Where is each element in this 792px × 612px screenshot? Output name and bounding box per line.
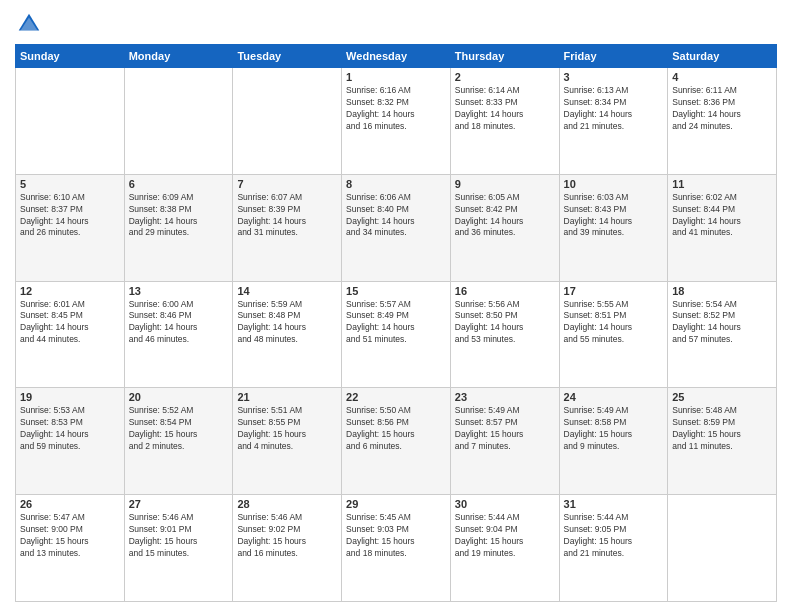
day-number: 7 [237, 178, 337, 190]
day-info: Sunrise: 5:44 AMSunset: 9:04 PMDaylight:… [455, 512, 555, 560]
day-number: 17 [564, 285, 664, 297]
day-number: 29 [346, 498, 446, 510]
calendar-week-row: 1Sunrise: 6:16 AMSunset: 8:32 PMDaylight… [16, 68, 777, 175]
day-number: 9 [455, 178, 555, 190]
day-number: 24 [564, 391, 664, 403]
day-info: Sunrise: 5:49 AMSunset: 8:58 PMDaylight:… [564, 405, 664, 453]
day-info: Sunrise: 6:01 AMSunset: 8:45 PMDaylight:… [20, 299, 120, 347]
day-info: Sunrise: 5:50 AMSunset: 8:56 PMDaylight:… [346, 405, 446, 453]
calendar-cell: 4Sunrise: 6:11 AMSunset: 8:36 PMDaylight… [668, 68, 777, 175]
day-number: 2 [455, 71, 555, 83]
day-info: Sunrise: 6:10 AMSunset: 8:37 PMDaylight:… [20, 192, 120, 240]
day-info: Sunrise: 5:49 AMSunset: 8:57 PMDaylight:… [455, 405, 555, 453]
calendar-week-row: 26Sunrise: 5:47 AMSunset: 9:00 PMDayligh… [16, 495, 777, 602]
calendar-cell: 25Sunrise: 5:48 AMSunset: 8:59 PMDayligh… [668, 388, 777, 495]
calendar-cell: 3Sunrise: 6:13 AMSunset: 8:34 PMDaylight… [559, 68, 668, 175]
calendar-cell: 1Sunrise: 6:16 AMSunset: 8:32 PMDaylight… [342, 68, 451, 175]
day-info: Sunrise: 6:05 AMSunset: 8:42 PMDaylight:… [455, 192, 555, 240]
day-number: 8 [346, 178, 446, 190]
day-number: 25 [672, 391, 772, 403]
day-info: Sunrise: 6:14 AMSunset: 8:33 PMDaylight:… [455, 85, 555, 133]
day-number: 5 [20, 178, 120, 190]
calendar-week-row: 5Sunrise: 6:10 AMSunset: 8:37 PMDaylight… [16, 174, 777, 281]
calendar-cell: 15Sunrise: 5:57 AMSunset: 8:49 PMDayligh… [342, 281, 451, 388]
calendar-cell [668, 495, 777, 602]
day-info: Sunrise: 5:54 AMSunset: 8:52 PMDaylight:… [672, 299, 772, 347]
calendar-cell: 30Sunrise: 5:44 AMSunset: 9:04 PMDayligh… [450, 495, 559, 602]
calendar-cell: 8Sunrise: 6:06 AMSunset: 8:40 PMDaylight… [342, 174, 451, 281]
calendar-cell: 11Sunrise: 6:02 AMSunset: 8:44 PMDayligh… [668, 174, 777, 281]
day-number: 1 [346, 71, 446, 83]
calendar-cell: 9Sunrise: 6:05 AMSunset: 8:42 PMDaylight… [450, 174, 559, 281]
calendar-cell: 24Sunrise: 5:49 AMSunset: 8:58 PMDayligh… [559, 388, 668, 495]
calendar-cell: 23Sunrise: 5:49 AMSunset: 8:57 PMDayligh… [450, 388, 559, 495]
calendar-table: SundayMondayTuesdayWednesdayThursdayFrid… [15, 44, 777, 602]
calendar-cell: 2Sunrise: 6:14 AMSunset: 8:33 PMDaylight… [450, 68, 559, 175]
calendar-cell: 12Sunrise: 6:01 AMSunset: 8:45 PMDayligh… [16, 281, 125, 388]
day-number: 21 [237, 391, 337, 403]
day-info: Sunrise: 5:46 AMSunset: 9:01 PMDaylight:… [129, 512, 229, 560]
calendar-day-header: Sunday [16, 45, 125, 68]
calendar-day-header: Monday [124, 45, 233, 68]
day-info: Sunrise: 6:02 AMSunset: 8:44 PMDaylight:… [672, 192, 772, 240]
day-number: 14 [237, 285, 337, 297]
day-info: Sunrise: 5:44 AMSunset: 9:05 PMDaylight:… [564, 512, 664, 560]
day-number: 22 [346, 391, 446, 403]
calendar-cell: 26Sunrise: 5:47 AMSunset: 9:00 PMDayligh… [16, 495, 125, 602]
calendar-day-header: Wednesday [342, 45, 451, 68]
day-info: Sunrise: 5:45 AMSunset: 9:03 PMDaylight:… [346, 512, 446, 560]
logo [15, 10, 47, 38]
day-info: Sunrise: 5:55 AMSunset: 8:51 PMDaylight:… [564, 299, 664, 347]
day-info: Sunrise: 6:13 AMSunset: 8:34 PMDaylight:… [564, 85, 664, 133]
day-number: 30 [455, 498, 555, 510]
page: SundayMondayTuesdayWednesdayThursdayFrid… [0, 0, 792, 612]
calendar-cell: 28Sunrise: 5:46 AMSunset: 9:02 PMDayligh… [233, 495, 342, 602]
calendar-cell: 6Sunrise: 6:09 AMSunset: 8:38 PMDaylight… [124, 174, 233, 281]
calendar-day-header: Saturday [668, 45, 777, 68]
calendar-cell: 19Sunrise: 5:53 AMSunset: 8:53 PMDayligh… [16, 388, 125, 495]
calendar-cell: 16Sunrise: 5:56 AMSunset: 8:50 PMDayligh… [450, 281, 559, 388]
calendar-cell: 17Sunrise: 5:55 AMSunset: 8:51 PMDayligh… [559, 281, 668, 388]
calendar-cell: 29Sunrise: 5:45 AMSunset: 9:03 PMDayligh… [342, 495, 451, 602]
header [15, 10, 777, 38]
day-info: Sunrise: 6:03 AMSunset: 8:43 PMDaylight:… [564, 192, 664, 240]
calendar-week-row: 19Sunrise: 5:53 AMSunset: 8:53 PMDayligh… [16, 388, 777, 495]
calendar-cell: 22Sunrise: 5:50 AMSunset: 8:56 PMDayligh… [342, 388, 451, 495]
calendar-cell: 13Sunrise: 6:00 AMSunset: 8:46 PMDayligh… [124, 281, 233, 388]
day-info: Sunrise: 6:16 AMSunset: 8:32 PMDaylight:… [346, 85, 446, 133]
day-info: Sunrise: 5:52 AMSunset: 8:54 PMDaylight:… [129, 405, 229, 453]
day-number: 23 [455, 391, 555, 403]
calendar-day-header: Tuesday [233, 45, 342, 68]
day-info: Sunrise: 5:47 AMSunset: 9:00 PMDaylight:… [20, 512, 120, 560]
day-number: 18 [672, 285, 772, 297]
calendar-cell: 14Sunrise: 5:59 AMSunset: 8:48 PMDayligh… [233, 281, 342, 388]
day-number: 10 [564, 178, 664, 190]
day-info: Sunrise: 5:59 AMSunset: 8:48 PMDaylight:… [237, 299, 337, 347]
calendar-cell: 18Sunrise: 5:54 AMSunset: 8:52 PMDayligh… [668, 281, 777, 388]
day-number: 20 [129, 391, 229, 403]
calendar-cell: 27Sunrise: 5:46 AMSunset: 9:01 PMDayligh… [124, 495, 233, 602]
day-info: Sunrise: 6:11 AMSunset: 8:36 PMDaylight:… [672, 85, 772, 133]
day-info: Sunrise: 6:06 AMSunset: 8:40 PMDaylight:… [346, 192, 446, 240]
calendar-cell [16, 68, 125, 175]
day-number: 11 [672, 178, 772, 190]
calendar-cell: 5Sunrise: 6:10 AMSunset: 8:37 PMDaylight… [16, 174, 125, 281]
calendar-day-header: Friday [559, 45, 668, 68]
day-number: 26 [20, 498, 120, 510]
calendar-week-row: 12Sunrise: 6:01 AMSunset: 8:45 PMDayligh… [16, 281, 777, 388]
calendar-cell: 21Sunrise: 5:51 AMSunset: 8:55 PMDayligh… [233, 388, 342, 495]
day-info: Sunrise: 5:57 AMSunset: 8:49 PMDaylight:… [346, 299, 446, 347]
calendar-cell [124, 68, 233, 175]
calendar-day-header: Thursday [450, 45, 559, 68]
day-info: Sunrise: 6:09 AMSunset: 8:38 PMDaylight:… [129, 192, 229, 240]
day-info: Sunrise: 6:00 AMSunset: 8:46 PMDaylight:… [129, 299, 229, 347]
calendar-cell [233, 68, 342, 175]
day-info: Sunrise: 6:07 AMSunset: 8:39 PMDaylight:… [237, 192, 337, 240]
logo-icon [15, 10, 43, 38]
day-number: 13 [129, 285, 229, 297]
day-number: 27 [129, 498, 229, 510]
day-number: 15 [346, 285, 446, 297]
calendar-cell: 31Sunrise: 5:44 AMSunset: 9:05 PMDayligh… [559, 495, 668, 602]
day-number: 19 [20, 391, 120, 403]
day-info: Sunrise: 5:48 AMSunset: 8:59 PMDaylight:… [672, 405, 772, 453]
